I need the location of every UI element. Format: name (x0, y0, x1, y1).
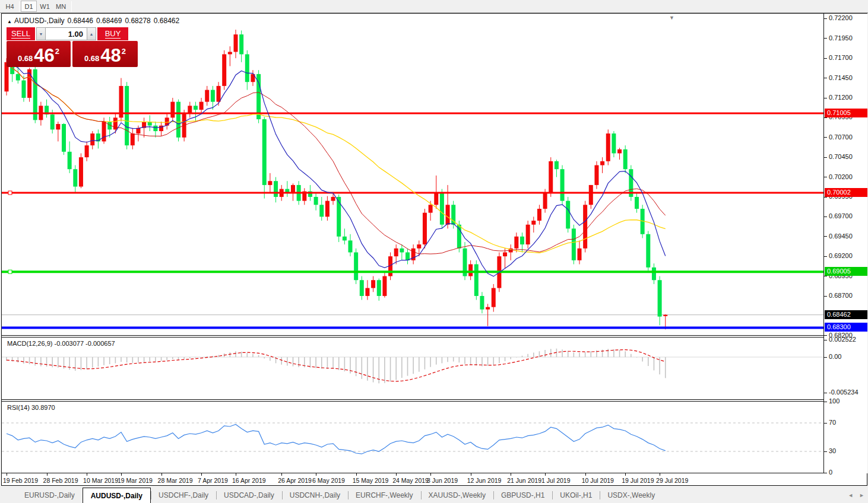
date-label: 6 May 2019 (312, 477, 345, 484)
chart-tab-bar: EURUSD-,DailyAUDUSD-,DailyUSDCHF-,DailyU… (0, 488, 868, 503)
date-label: 29 Jul 2019 (656, 477, 688, 484)
price-tick-label: 0.69700 (824, 212, 868, 219)
chart-tab-xauusd[interactable]: XAUUSD-,Weekly (421, 488, 493, 503)
date-label: 19 Jul 2019 (622, 477, 654, 484)
date-tick (545, 473, 546, 476)
chart-title: ▲AUDUSD-,Daily0.684460.684690.682780.684… (7, 17, 179, 25)
toolbar-separator (71, 1, 72, 12)
chart-tab-usdcad[interactable]: USDCAD-,Daily (216, 488, 282, 503)
date-tick (161, 473, 162, 476)
sell-button[interactable]: SELL (7, 27, 35, 40)
ohlc-low: 0.68278 (125, 17, 150, 25)
price-tick-label: 0.71200 (824, 94, 868, 101)
date-label: 10 Mar 2019 (83, 477, 118, 484)
rsi-tick-label: 30 (824, 447, 868, 454)
rsi-tick-label: 70 (824, 419, 868, 426)
spinner-up-icon: ▲ (90, 32, 94, 36)
price-axis[interactable]: 0.722000.719500.717000.714500.712000.709… (823, 14, 867, 473)
price-tick-label: 0.70450 (824, 153, 868, 160)
toolbar-separator (19, 1, 20, 12)
buy-price-prefix: 0.68 (84, 54, 99, 63)
volume-increase-button[interactable]: ▲ (87, 27, 96, 40)
price-tag-0.70002: 0.70002 (825, 188, 867, 197)
chart-tab-usdchf[interactable]: USDCHF-,Daily (151, 488, 216, 503)
date-axis[interactable]: 19 Feb 201928 Feb 201910 Mar 201919 Mar … (2, 473, 867, 485)
date-label: 19 Mar 2019 (118, 477, 153, 484)
date-label: 12 Jun 2019 (467, 477, 502, 484)
timeframe-button-h4[interactable]: H4 (2, 1, 18, 12)
price-tag-0.68300: 0.68300 (825, 323, 867, 332)
date-tick (47, 473, 47, 476)
macd-label: MACD(12,26,9) -0.003077 -0.000657 (7, 340, 115, 347)
chart-tab-ukoil[interactable]: UKOil-,H1 (552, 488, 600, 503)
date-label: 28 Mar 2019 (158, 477, 193, 484)
sell-price-tile[interactable]: 0.68 46 2 (7, 41, 71, 67)
volume-input[interactable] (46, 27, 87, 40)
price-tick-label: 0.72200 (824, 14, 868, 21)
date-label: 21 Jun 2019 (507, 477, 541, 484)
ohlc-high: 0.68469 (96, 17, 122, 25)
price-tick-label: 0.71950 (824, 34, 868, 42)
price-tick-label: 0.69450 (824, 233, 868, 240)
date-tick (236, 473, 236, 476)
date-label: 24 May 2019 (392, 477, 429, 484)
macd-canvas[interactable] (2, 338, 823, 399)
date-tick (316, 473, 316, 476)
date-label: 16 Apr 2019 (232, 477, 266, 484)
price-tick-label: 0.70200 (824, 173, 868, 180)
volume-decrease-button[interactable]: ▼ (36, 27, 46, 40)
date-label: 15 May 2019 (353, 477, 389, 484)
timeframe-toolbar: H4D1W1MN (0, 0, 868, 13)
rsi-tick-label: 100 (824, 397, 868, 405)
chart-tab-gbpusd[interactable]: GBPUSD-,H1 (493, 488, 552, 503)
date-label: 10 Jul 2019 (582, 477, 614, 484)
timeframe-button-mn[interactable]: MN (53, 1, 69, 12)
ohlc-open: 0.68446 (68, 17, 93, 25)
price-tag-0.68462: 0.68462 (825, 310, 867, 319)
macd-tick-label: -0.005234 (824, 389, 868, 396)
date-tick (121, 473, 122, 476)
price-tag-0.71005: 0.71005 (825, 109, 867, 117)
chart-window: ▲AUDUSD-,Daily0.684460.684690.682780.684… (1, 13, 867, 486)
date-tick (7, 473, 7, 476)
date-tick (430, 473, 431, 476)
rsi-tick-label: 0 (824, 469, 868, 476)
chart-tab-usdcnh[interactable]: USDCNH-,Daily (282, 488, 348, 503)
chart-shift-marker-icon[interactable]: ▼ (669, 15, 674, 21)
buy-button[interactable]: BUY (97, 27, 128, 40)
date-label: 7 Apr 2019 (198, 477, 228, 484)
spinner-down-icon: ▼ (39, 32, 43, 36)
date-label: 1 Jul 2019 (541, 477, 570, 484)
date-label: 19 Feb 2019 (3, 477, 38, 484)
timeframe-button-w1[interactable]: W1 (37, 1, 53, 12)
rsi-label: RSI(14) 30.8970 (7, 404, 55, 411)
sell-price-point: 2 (55, 47, 59, 56)
timeframe-button-d1[interactable]: D1 (21, 1, 37, 12)
one-click-collapse-icon[interactable]: ▲ (7, 19, 12, 24)
tab-scroll-right-icon[interactable]: ► (859, 492, 864, 498)
buy-price-point: 2 (122, 47, 126, 56)
tab-scroll-left-icon[interactable]: ◄ (848, 492, 853, 498)
date-tick (585, 473, 586, 476)
date-tick (625, 473, 626, 476)
chart-tab-eurchf[interactable]: EURCHF-,Weekly (348, 488, 420, 503)
date-tick (201, 473, 202, 476)
date-tick (511, 473, 511, 476)
date-tick (471, 473, 471, 476)
one-click-trading-panel: SELL ▼ ▲ BUY 0.68 46 2 0.68 48 2 (7, 27, 138, 67)
macd-tick-label: 0.00 (824, 353, 868, 360)
price-tick-label: 0.71450 (824, 74, 868, 81)
sell-price-pips: 46 (34, 47, 54, 65)
chart-tab-eurusd[interactable]: EURUSD-,Daily (17, 488, 83, 503)
date-tick (356, 473, 357, 476)
date-tick (87, 473, 87, 476)
date-label: 3 Jun 2019 (427, 477, 458, 484)
price-tick-label: 0.71700 (824, 54, 868, 61)
buy-price-tile[interactable]: 0.68 48 2 (72, 41, 138, 67)
chart-tab-usdx[interactable]: USDX-,Weekly (600, 488, 663, 503)
chart-tab-audusd[interactable]: AUDUSD-,Daily (83, 488, 151, 503)
symbol-period-label: AUDUSD-,Daily (14, 17, 65, 25)
rsi-canvas[interactable] (2, 402, 823, 473)
tab-scroll-buttons: ◄ ► (848, 488, 864, 503)
price-tag-0.69005: 0.69005 (825, 267, 867, 276)
